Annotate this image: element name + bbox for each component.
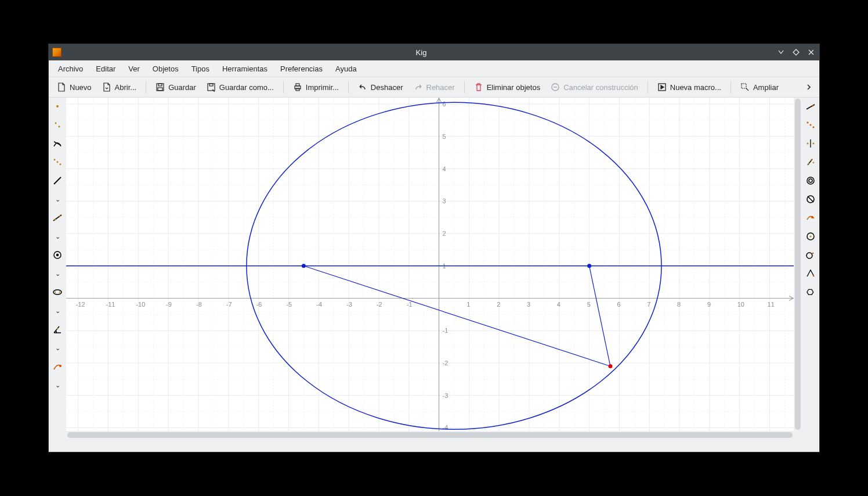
menu-view[interactable]: Ver	[122, 62, 146, 76]
open-document-icon	[102, 82, 111, 92]
tool-vector[interactable]	[51, 360, 64, 373]
vertical-scrollbar[interactable]	[794, 98, 802, 431]
svg-point-13	[59, 126, 60, 128]
separator	[648, 81, 648, 94]
circle-dropdown[interactable]: ⌄	[51, 267, 64, 280]
delete-label: Eliminar objetos	[487, 83, 541, 92]
new-button[interactable]: Nuevo	[52, 80, 96, 94]
delete-button[interactable]: Eliminar objetos	[469, 80, 545, 94]
vector-dropdown[interactable]: ⌄	[51, 379, 64, 391]
tool-perpendicular[interactable]	[804, 100, 817, 113]
macro-icon	[657, 82, 667, 92]
titlebar: Kig	[49, 44, 819, 60]
menu-types[interactable]: Tipos	[186, 62, 215, 76]
tool-polygon-regular[interactable]	[804, 286, 817, 299]
tool-reflection[interactable]	[804, 137, 817, 150]
conic-dropdown[interactable]: ⌄	[51, 304, 64, 317]
geometry-canvas[interactable]: -12-11-10-9-8-7-6-5-4-3-2-11234567891011…	[66, 98, 794, 431]
redo-button[interactable]: Rehacer	[409, 80, 460, 94]
new-macro-button[interactable]: Nueva macro...	[653, 80, 726, 94]
separator	[348, 81, 349, 94]
segment-dropdown[interactable]: ⌄	[51, 193, 64, 206]
undo-icon	[358, 82, 367, 92]
tool-arc[interactable]	[804, 193, 817, 206]
svg-text:2: 2	[443, 230, 446, 237]
open-button[interactable]: Abrir...	[97, 80, 142, 94]
tool-locus[interactable]	[804, 211, 817, 224]
tool-conic[interactable]	[51, 286, 64, 299]
line-dropdown[interactable]: ⌄	[51, 230, 64, 243]
horizontal-scroll-thumb[interactable]	[67, 432, 793, 438]
svg-text:-6: -6	[256, 301, 262, 308]
menu-edit[interactable]: Editar	[90, 62, 121, 76]
save-icon	[155, 82, 165, 92]
separator	[146, 81, 146, 94]
svg-text:10: 10	[737, 301, 744, 308]
tool-parallel[interactable]	[804, 118, 817, 131]
svg-text:-10: -10	[136, 301, 145, 308]
hscroll-row	[66, 431, 802, 439]
svg-point-16	[60, 164, 62, 166]
svg-text:7: 7	[647, 301, 650, 308]
zoom-icon	[740, 82, 750, 92]
save-button[interactable]: Guardar	[151, 80, 201, 94]
window-title: Kig	[66, 48, 776, 57]
print-button[interactable]: Imprimir...	[288, 80, 343, 94]
svg-point-138	[807, 122, 809, 124]
tool-angle[interactable]	[51, 323, 64, 336]
cancel-construction-button[interactable]: Cancelar construcción	[546, 80, 643, 94]
svg-text:-2: -2	[377, 301, 382, 308]
undo-label: Deshacer	[371, 83, 403, 92]
tool-circle-3points[interactable]	[804, 174, 817, 187]
app-window: Kig Archivo Editar Ver Objetos Tipos Her…	[49, 44, 819, 452]
svg-point-24	[57, 328, 58, 329]
save-as-icon	[207, 82, 216, 92]
tool-rotation[interactable]	[804, 156, 817, 168]
menu-file[interactable]: Archivo	[52, 62, 89, 76]
minimize-button[interactable]	[776, 48, 786, 57]
menu-help[interactable]: Ayuda	[330, 62, 363, 76]
redo-label: Rehacer	[426, 83, 455, 92]
tool-polygon[interactable]	[804, 267, 817, 280]
zoom-label: Ampliar	[753, 83, 779, 92]
svg-point-17	[55, 219, 56, 221]
tool-line[interactable]	[51, 211, 64, 224]
close-button[interactable]	[806, 48, 816, 57]
svg-point-139	[810, 124, 812, 126]
menubar: Archivo Editar Ver Objetos Tipos Herrami…	[49, 60, 819, 77]
vertical-scroll-thumb[interactable]	[795, 99, 801, 430]
tool-point-on-object[interactable]	[51, 118, 64, 131]
redo-icon	[414, 82, 423, 92]
undo-button[interactable]: Deshacer	[353, 80, 408, 94]
svg-point-11	[56, 105, 59, 107]
svg-rect-2	[158, 88, 162, 91]
menu-objects[interactable]: Objetos	[147, 62, 185, 76]
svg-point-135	[587, 264, 591, 268]
tool-point[interactable]	[51, 100, 64, 113]
svg-text:8: 8	[677, 301, 681, 308]
tool-segment[interactable]	[51, 174, 64, 187]
tool-midpoint[interactable]	[51, 156, 64, 168]
svg-point-136	[608, 364, 612, 368]
tool-intersection[interactable]	[51, 137, 64, 150]
svg-text:6: 6	[617, 301, 620, 308]
svg-point-140	[813, 127, 815, 128]
tool-tangent[interactable]	[804, 249, 817, 261]
svg-point-142	[813, 143, 815, 145]
maximize-button[interactable]	[791, 48, 801, 57]
menu-tools[interactable]: Herramientas	[216, 62, 273, 76]
scroll-corner	[794, 431, 802, 439]
save-as-button[interactable]: Guardar como...	[202, 80, 279, 94]
svg-text:-11: -11	[106, 301, 115, 308]
svg-point-152	[806, 253, 812, 258]
tool-concentric[interactable]	[804, 230, 817, 243]
angle-dropdown[interactable]: ⌄	[51, 342, 64, 354]
svg-text:3: 3	[443, 197, 446, 204]
zoom-button[interactable]: Ampliar	[736, 80, 783, 94]
svg-point-14	[54, 159, 56, 161]
tool-circle[interactable]	[51, 249, 64, 261]
horizontal-scrollbar[interactable]	[66, 431, 794, 439]
toolbar-overflow-button[interactable]	[802, 80, 816, 94]
svg-point-153	[812, 253, 814, 254]
menu-prefs[interactable]: Preferencias	[274, 62, 328, 76]
